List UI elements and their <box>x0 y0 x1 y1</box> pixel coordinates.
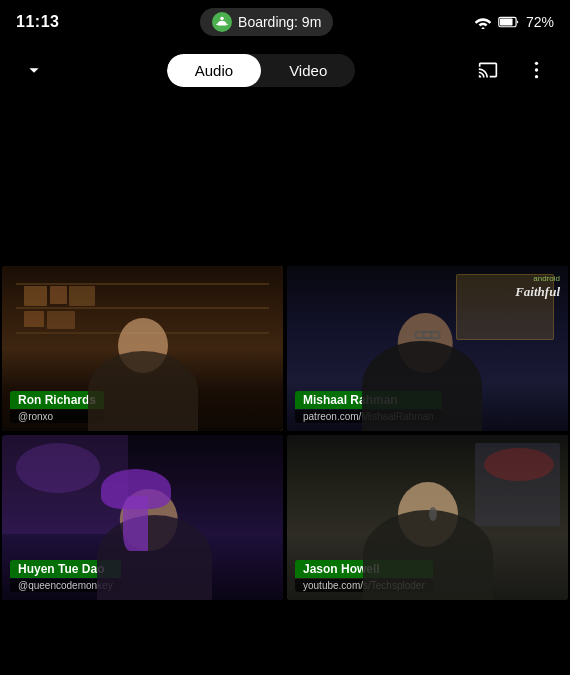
status-time: 11:13 <box>16 13 59 31</box>
status-bar: 11:13 Boarding: 9m 72 <box>0 0 570 44</box>
wifi-icon <box>474 15 492 29</box>
battery-percentage: 72% <box>526 14 554 30</box>
controls-right <box>470 52 554 88</box>
controls-bar: Audio Video <box>0 44 570 96</box>
participant-cell-mishaal-rahman: android Faithful Mishaal Rahman patreon.… <box>287 266 568 431</box>
participant-cell-ron-richards: Ron Richards @ronxo <box>2 266 283 431</box>
status-right: 72% <box>474 14 554 30</box>
tab-video[interactable]: Video <box>261 54 355 87</box>
boarding-icon <box>212 12 232 32</box>
cast-button[interactable] <box>470 52 506 88</box>
collapse-button[interactable] <box>16 52 52 88</box>
svg-point-4 <box>534 62 537 65</box>
svg-point-6 <box>534 75 537 78</box>
svg-point-0 <box>220 17 224 21</box>
black-space-bottom <box>0 600 570 675</box>
tab-audio[interactable]: Audio <box>167 54 261 87</box>
svg-point-5 <box>534 68 537 71</box>
boarding-indicator: Boarding: 9m <box>200 8 333 36</box>
battery-icon <box>498 15 520 29</box>
participant-cell-jason-howell: Jason Howell youtube.com/s/Techsploder <box>287 435 568 600</box>
svg-point-1 <box>481 27 484 29</box>
more-options-button[interactable] <box>518 52 554 88</box>
svg-rect-3 <box>500 18 513 25</box>
video-grid: Ron Richards @ronxo android Faithful Mis… <box>0 266 570 600</box>
black-space-top <box>0 96 570 266</box>
tab-group: Audio Video <box>167 54 355 87</box>
android-faithful-logo: android Faithful <box>515 274 560 301</box>
participant-cell-huyen-tue-dao: Huyen Tue Dao @queencodemonkey <box>2 435 283 600</box>
boarding-text: Boarding: 9m <box>238 14 321 30</box>
